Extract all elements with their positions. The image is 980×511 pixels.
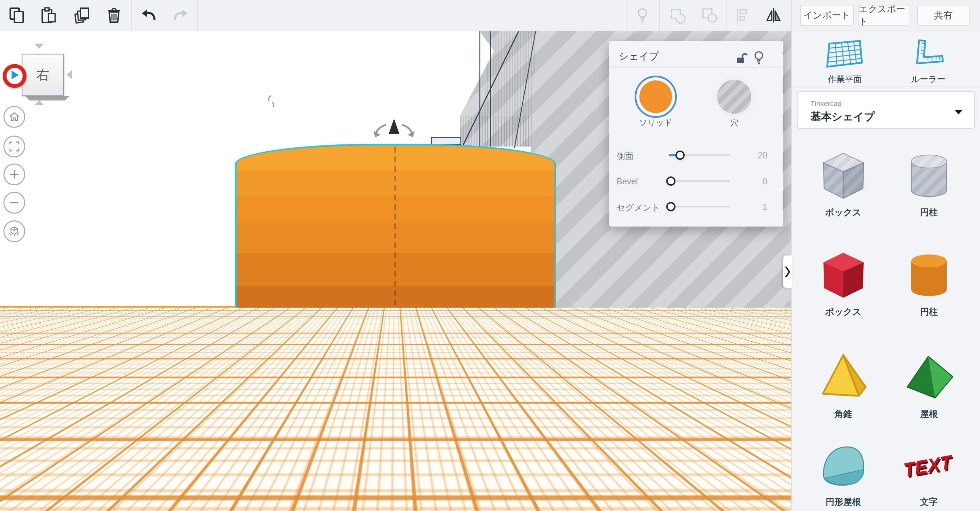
shape-item-hole-box[interactable]: ボックス — [809, 147, 877, 206]
shape-item-hole-cylinder[interactable]: 円柱 — [895, 147, 963, 206]
mirror-icon[interactable] — [765, 7, 782, 24]
view-cube[interactable]: 右 — [22, 54, 64, 96]
slider-bevel-value: 0 — [740, 176, 767, 186]
slider-bevel-label: Bevel — [617, 176, 668, 186]
slider-segments-handle[interactable] — [666, 202, 675, 211]
lightbulb-icon[interactable] — [634, 7, 651, 24]
plus-icon — [8, 169, 20, 180]
shape-item-label: 文字 — [895, 496, 963, 508]
slider-segments-label: セグメント — [617, 202, 668, 213]
ruler-label: ルーラー — [891, 73, 966, 85]
lock-open-icon[interactable] — [735, 52, 748, 65]
red-box-front-face[interactable] — [235, 439, 557, 511]
viewport-3d[interactable]: 右 シェイプ — [0, 31, 791, 511]
tinkercad-app: 右 シェイプ — [0, 0, 980, 511]
zoom-out-button[interactable] — [3, 192, 25, 214]
toolbar-separator — [726, 0, 727, 31]
slider-bevel-handle[interactable] — [666, 176, 675, 186]
duplicate-icon[interactable] — [73, 7, 91, 24]
workplane-icon[interactable] — [826, 39, 864, 70]
orbit-arrow-up[interactable] — [34, 44, 44, 49]
sidebar-divider — [792, 86, 980, 86]
text-shape-face: TEXT — [903, 451, 953, 481]
shape-library-dropdown[interactable]: Tinkercad 基本シェイプ — [797, 91, 975, 129]
toolbar-separator — [131, 0, 132, 31]
red-box-top-face[interactable] — [235, 399, 557, 439]
slider-sides-value: 20 — [740, 150, 767, 160]
selected-orange-cylinder[interactable] — [235, 144, 556, 398]
align-icon[interactable] — [734, 7, 751, 24]
fit-view-button[interactable] — [3, 136, 25, 157]
group-icon[interactable] — [669, 7, 686, 24]
home-view-button[interactable] — [3, 106, 25, 128]
snap-grid-label: グリッドにスナップ — [623, 491, 721, 503]
shape-item-orange-cylinder[interactable]: 円柱 — [895, 246, 963, 305]
round-roof-icon — [809, 436, 877, 494]
shape-item-label: 円柱 — [895, 206, 963, 218]
hole-label: 穴 — [707, 117, 762, 128]
import-label: インポート — [803, 9, 850, 21]
paste-icon[interactable] — [40, 7, 57, 24]
shape-item-red-box[interactable]: ボックス — [809, 246, 877, 305]
export-label: エクスポート — [859, 3, 910, 27]
pyramid-icon — [809, 348, 877, 406]
shape-item-label: 角錐 — [809, 408, 877, 420]
rotate-arc-right[interactable] — [402, 125, 412, 134]
rotate-arc-left[interactable] — [376, 125, 386, 134]
shape-item-label: ボックス — [809, 206, 877, 218]
red-box-icon — [809, 246, 877, 304]
home-icon — [8, 111, 20, 123]
workplane-label: 作業平面 — [808, 73, 882, 85]
chevron-right-icon — [785, 266, 791, 278]
undo-icon[interactable] — [140, 7, 157, 24]
import-button[interactable]: インポート — [800, 5, 854, 26]
play-triangle-icon[interactable] — [11, 70, 19, 79]
shape-item-roof[interactable]: 屋根 — [895, 348, 963, 407]
snap-grid-value: 1.0 mm — [731, 491, 759, 501]
ruler-icon[interactable] — [912, 38, 946, 70]
perspective-cube-icon — [8, 225, 21, 238]
rotate-arrow-right — [408, 131, 414, 137]
library-source: Tinkercad — [811, 99, 842, 108]
hole-wedge-hatch-lower — [460, 116, 531, 147]
hole-swatch-button[interactable] — [717, 80, 751, 114]
orbit-arrow-down[interactable] — [34, 100, 44, 105]
hole-cylinder-icon — [895, 147, 963, 204]
caret-down-icon — [955, 110, 963, 115]
ungroup-icon[interactable] — [701, 7, 718, 24]
cursor-artifact — [269, 96, 274, 107]
redo-icon[interactable] — [172, 7, 189, 24]
orbit-arrow-left[interactable] — [67, 70, 72, 79]
minus-icon — [8, 197, 20, 209]
snap-grid-dropdown[interactable]: 1.0 mm — [724, 488, 784, 503]
shape-item-pyramid[interactable]: 角錐 — [809, 348, 877, 407]
lightbulb-icon[interactable] — [752, 50, 765, 65]
slider-sides-handle[interactable] — [675, 150, 685, 160]
share-button[interactable]: 共有 — [917, 5, 969, 26]
orange-cylinder-icon — [895, 246, 963, 304]
edit-grid-button[interactable]: グリッドを編集 — [724, 466, 784, 481]
roof-icon — [895, 348, 963, 406]
delete-icon[interactable] — [105, 7, 123, 24]
perspective-toggle-button[interactable] — [3, 220, 25, 242]
panel-title: シェイプ — [619, 50, 659, 63]
top-toolbar: インポート エクスポート 共有 — [0, 0, 980, 31]
slider-segments-track[interactable] — [669, 206, 730, 208]
slider-bevel-track[interactable] — [669, 180, 730, 182]
shape-item-label: 屋根 — [895, 408, 963, 420]
export-button[interactable]: エクスポート — [858, 5, 910, 26]
copy-icon[interactable] — [8, 7, 25, 24]
slider-segments-value: 1 — [740, 202, 767, 212]
raise-cone-handle[interactable] — [388, 118, 399, 134]
sidebar-collapse-tab[interactable] — [783, 256, 792, 288]
solid-label: ソリッド — [628, 117, 683, 128]
shape-item-text[interactable]: TEXT TEXT 文字 — [895, 436, 963, 495]
zoom-in-button[interactable] — [3, 163, 25, 185]
shape-item-label: 円形屋根 — [809, 496, 877, 508]
shape-item-label: ボックス — [809, 306, 877, 318]
panel-divider — [609, 67, 783, 68]
shape-library-sidebar: 作業平面 ルーラー Tinkercad 基本シェイプ — [791, 31, 980, 511]
solid-swatch-button[interactable] — [640, 80, 672, 113]
toolbar-separator — [197, 0, 198, 31]
shape-item-round-roof[interactable]: 円形屋根 — [809, 436, 877, 495]
